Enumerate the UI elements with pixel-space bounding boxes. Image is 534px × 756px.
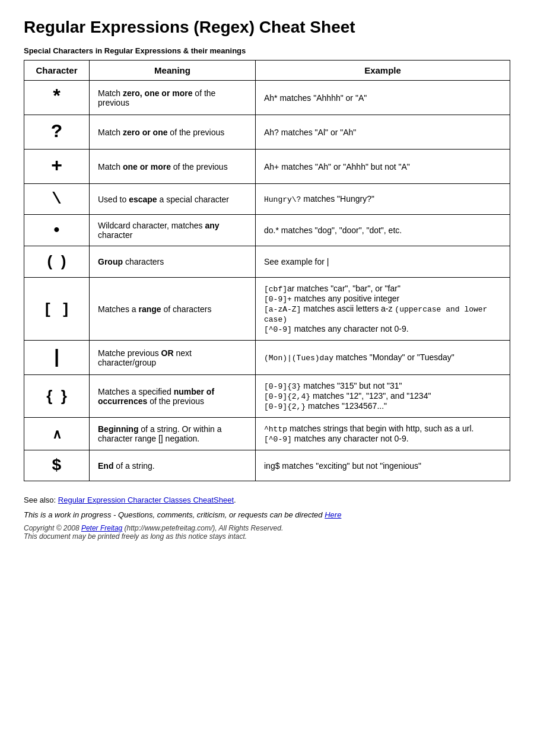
example-cell: Ah+ matches "Ah" or "Ahhh" but not "A" xyxy=(256,150,510,184)
example-cell: Hungry\? matches "Hungry?" xyxy=(256,184,510,215)
meaning-cell: Match zero or one of the previous xyxy=(90,115,256,150)
table-row: { }Matches a specified number of occurre… xyxy=(24,375,510,418)
table-row: *Match zero, one or more of the previous… xyxy=(24,81,510,115)
char-cell: { } xyxy=(24,375,90,418)
meaning-cell: Match one or more of the previous xyxy=(90,150,256,184)
example-cell: [cbf]ar matches "car", "bar", or "far"[0… xyxy=(256,278,510,341)
see-also: See also: Regular Expression Character C… xyxy=(24,495,510,504)
meaning-cell: Beginning of a string. Or within a chara… xyxy=(90,418,256,450)
meaning-cell: Match zero, one or more of the previous xyxy=(90,81,256,115)
meaning-cell: Matches a specified number of occurrence… xyxy=(90,375,256,418)
see-also-link[interactable]: Regular Expression Character Classes Che… xyxy=(58,495,234,504)
char-cell: [ ] xyxy=(24,278,90,341)
char-cell: + xyxy=(24,150,90,184)
table-row: [ ]Matches a range of characters[cbf]ar … xyxy=(24,278,510,341)
meaning-cell: Used to escape a special character xyxy=(90,184,256,215)
char-cell: • xyxy=(24,215,90,246)
col-header-character: Character xyxy=(24,61,90,81)
col-header-meaning: Meaning xyxy=(90,61,256,81)
see-also-period: . xyxy=(234,495,236,504)
copyright-line2: This document may be printed freely as l… xyxy=(24,532,510,541)
col-header-example: Example xyxy=(256,61,510,81)
char-cell: ? xyxy=(24,115,90,150)
example-cell: (Mon)|(Tues)day matches "Monday" or "Tue… xyxy=(256,341,510,375)
table-row: |Matche previous OR next character/group… xyxy=(24,341,510,375)
example-cell: do.* matches "dog", "door", "dot", etc. xyxy=(256,215,510,246)
wip-text: This is a work in progress - Questions, … xyxy=(24,510,510,519)
meaning-cell: Matche previous OR next character/group xyxy=(90,341,256,375)
copyright-link[interactable]: Peter Freitag xyxy=(81,524,122,532)
example-cell: Ah* matches "Ahhhh" or "A" xyxy=(256,81,510,115)
char-cell: * xyxy=(24,81,90,115)
char-cell: $ xyxy=(24,450,90,481)
meaning-cell: Matches a range of characters xyxy=(90,278,256,341)
table-row: ?Match zero or one of the previousAh? ma… xyxy=(24,115,510,150)
meaning-cell: Group characters xyxy=(90,246,256,278)
example-cell: Ah? matches "Al" or "Ah" xyxy=(256,115,510,150)
table-row: ( )Group charactersSee example for | xyxy=(24,246,510,278)
table-row: $End of a string.ing$ matches "exciting"… xyxy=(24,450,510,481)
wip-prefix: This is a work in progress - Questions, … xyxy=(24,510,325,519)
wip-link[interactable]: Here xyxy=(325,510,341,519)
table-row: •Wildcard character, matches any charact… xyxy=(24,215,510,246)
copyright-line1: Copyright © 2008 Peter Freitag (http://w… xyxy=(24,524,510,532)
regex-table: Character Meaning Example *Match zero, o… xyxy=(24,60,510,481)
table-row: ∧Beginning of a string. Or within a char… xyxy=(24,418,510,450)
char-cell: ∧ xyxy=(24,418,90,450)
table-row: \Used to escape a special characterHungr… xyxy=(24,184,510,215)
meaning-cell: End of a string. xyxy=(90,450,256,481)
char-cell: \ xyxy=(24,184,90,215)
char-cell: ( ) xyxy=(24,246,90,278)
example-cell: [0-9]{3} matches "315" but not "31"[0-9]… xyxy=(256,375,510,418)
example-cell: ^http matches strings that begin with ht… xyxy=(256,418,510,450)
page-title: Regular Expressions (Regex) Cheat Sheet xyxy=(24,18,510,37)
char-cell: | xyxy=(24,341,90,375)
copyright: Copyright © 2008 Peter Freitag (http://w… xyxy=(24,524,510,541)
page-subtitle: Special Characters in Regular Expression… xyxy=(24,46,510,55)
table-row: +Match one or more of the previousAh+ ma… xyxy=(24,150,510,184)
example-cell: See example for | xyxy=(256,246,510,278)
meaning-cell: Wildcard character, matches any characte… xyxy=(90,215,256,246)
example-cell: ing$ matches "exciting" but not "ingenio… xyxy=(256,450,510,481)
see-also-prefix: See also: xyxy=(24,495,58,504)
